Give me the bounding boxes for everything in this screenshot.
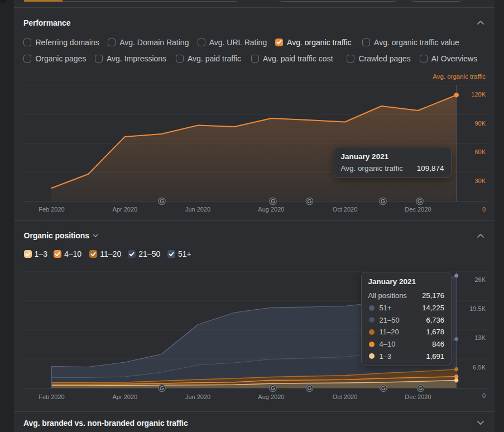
svg-text:Aug 2020: Aug 2020 bbox=[258, 393, 284, 400]
svg-text:Feb 2020: Feb 2020 bbox=[39, 393, 64, 400]
svg-text:Jun 2020: Jun 2020 bbox=[185, 206, 210, 213]
svg-text:Jun 2020: Jun 2020 bbox=[185, 393, 210, 400]
svg-text:120K: 120K bbox=[471, 91, 486, 98]
svg-text:Apr 2020: Apr 2020 bbox=[112, 206, 137, 213]
svg-text:Apr 2020: Apr 2020 bbox=[112, 393, 137, 400]
svg-text:30K: 30K bbox=[474, 177, 486, 184]
svg-text:19.5K: 19.5K bbox=[469, 305, 486, 312]
svg-text:Avg. organic traffic: Avg. organic traffic bbox=[433, 73, 486, 80]
svg-text:6.5K: 6.5K bbox=[473, 364, 486, 371]
svg-text:Feb 2020: Feb 2020 bbox=[39, 206, 64, 213]
svg-text:0: 0 bbox=[482, 392, 486, 399]
svg-text:60K: 60K bbox=[474, 148, 486, 155]
svg-text:0: 0 bbox=[482, 206, 486, 213]
svg-text:Aug 2020: Aug 2020 bbox=[258, 206, 284, 213]
svg-text:90K: 90K bbox=[474, 120, 486, 127]
svg-text:13K: 13K bbox=[474, 334, 486, 341]
svg-text:Dec 2020: Dec 2020 bbox=[405, 206, 431, 213]
svg-text:26K: 26K bbox=[474, 276, 486, 283]
svg-text:Oct 2020: Oct 2020 bbox=[333, 393, 358, 400]
svg-text:Oct 2020: Oct 2020 bbox=[333, 206, 358, 213]
svg-text:Dec 2020: Dec 2020 bbox=[405, 393, 431, 400]
